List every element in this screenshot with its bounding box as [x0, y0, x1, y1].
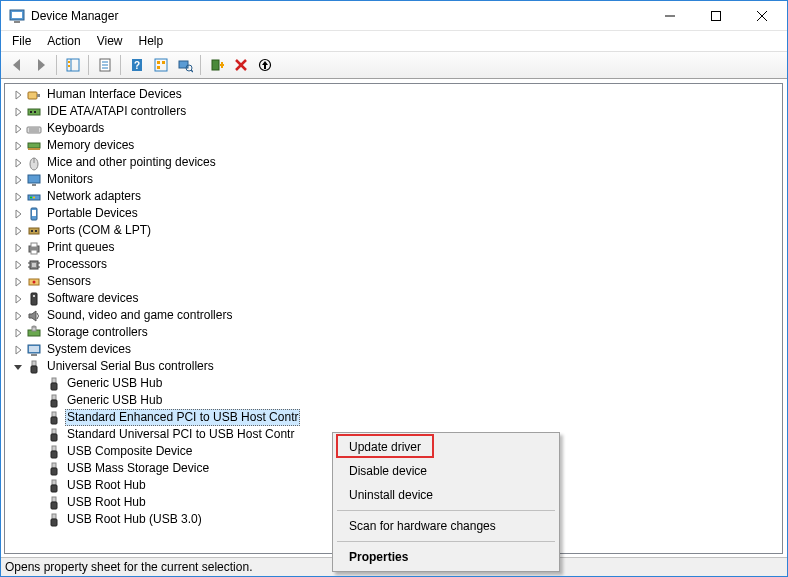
- chevron-right-icon[interactable]: [11, 88, 25, 102]
- system-icon: [26, 342, 42, 358]
- context-menu-uninstall-device[interactable]: Uninstall device: [335, 483, 557, 507]
- minimize-button[interactable]: [647, 1, 693, 30]
- context-menu: Update driver Disable device Uninstall d…: [332, 432, 560, 572]
- forward-button[interactable]: [29, 54, 52, 76]
- svg-marker-50: [16, 176, 21, 184]
- tree-item[interactable]: Standard Enhanced PCI to USB Host Contr: [5, 409, 782, 426]
- chevron-right-icon[interactable]: [11, 326, 25, 340]
- svg-rect-106: [52, 480, 56, 485]
- svg-rect-110: [52, 514, 56, 519]
- svg-rect-1: [12, 12, 22, 18]
- tree-category-label: Sound, video and game controllers: [45, 307, 234, 324]
- tree-category[interactable]: IDE ATA/ATAPI controllers: [5, 103, 782, 120]
- tree-category[interactable]: Software devices: [5, 290, 782, 307]
- chevron-right-icon[interactable]: [11, 343, 25, 357]
- tree-category[interactable]: System devices: [5, 341, 782, 358]
- chevron-right-icon[interactable]: [11, 156, 25, 170]
- context-menu-update-driver[interactable]: Update driver: [335, 435, 557, 459]
- usb-device-icon: [46, 461, 62, 477]
- svg-marker-83: [16, 329, 21, 337]
- tree-category[interactable]: Storage controllers: [5, 324, 782, 341]
- tree-category[interactable]: Processors: [5, 256, 782, 273]
- usb-device-icon: [46, 512, 62, 528]
- menu-action[interactable]: Action: [40, 33, 87, 49]
- svg-marker-47: [16, 159, 21, 167]
- toolbar-separator: [88, 55, 89, 75]
- tree-category[interactable]: Sensors: [5, 273, 782, 290]
- back-button[interactable]: [5, 54, 28, 76]
- properties-button[interactable]: [93, 54, 116, 76]
- tree-item[interactable]: Generic USB Hub: [5, 375, 782, 392]
- tree-category[interactable]: Portable Devices: [5, 205, 782, 222]
- menu-help[interactable]: Help: [132, 33, 171, 49]
- tree-category[interactable]: Keyboards: [5, 120, 782, 137]
- svg-point-77: [33, 280, 36, 283]
- tree-category[interactable]: Network adapters: [5, 188, 782, 205]
- chevron-down-icon[interactable]: [11, 360, 25, 374]
- context-menu-properties[interactable]: Properties: [335, 545, 557, 569]
- chevron-right-icon[interactable]: [11, 105, 25, 119]
- svg-marker-7: [13, 59, 20, 71]
- tree-category[interactable]: Mice and other pointing devices: [5, 154, 782, 171]
- svg-marker-91: [14, 365, 22, 370]
- svg-rect-26: [212, 60, 219, 70]
- svg-rect-35: [37, 94, 40, 97]
- usb-device-icon: [46, 444, 62, 460]
- memory-icon: [26, 138, 42, 154]
- chevron-right-icon[interactable]: [11, 207, 25, 221]
- svg-rect-51: [28, 175, 40, 183]
- svg-rect-97: [51, 400, 57, 407]
- context-menu-disable-device[interactable]: Disable device: [335, 459, 557, 483]
- update-driver-button[interactable]: [253, 54, 276, 76]
- chevron-right-icon[interactable]: [11, 190, 25, 204]
- chevron-right-icon[interactable]: [11, 275, 25, 289]
- tree-category[interactable]: Memory devices: [5, 137, 782, 154]
- chevron-right-icon[interactable]: [11, 224, 25, 238]
- context-menu-scan-hardware[interactable]: Scan for hardware changes: [335, 514, 557, 538]
- svg-marker-78: [16, 295, 21, 303]
- svg-rect-105: [51, 468, 57, 475]
- window-controls: [647, 1, 785, 30]
- svg-marker-60: [16, 227, 21, 235]
- close-button[interactable]: [739, 1, 785, 30]
- svg-marker-64: [16, 244, 21, 252]
- chevron-right-icon[interactable]: [11, 309, 25, 323]
- uninstall-button[interactable]: [229, 54, 252, 76]
- chevron-right-icon[interactable]: [11, 241, 25, 255]
- port-icon: [26, 223, 42, 239]
- menu-view[interactable]: View: [90, 33, 130, 49]
- maximize-button[interactable]: [693, 1, 739, 30]
- tree-category[interactable]: Universal Serial Bus controllers: [5, 358, 782, 375]
- status-text: Opens property sheet for the current sel…: [5, 560, 252, 574]
- menu-bar: File Action View Help: [1, 31, 787, 51]
- toolbar-separator: [56, 55, 57, 75]
- svg-rect-61: [29, 228, 39, 234]
- tree-category-label: Mice and other pointing devices: [45, 154, 218, 171]
- help-button[interactable]: ?: [125, 54, 148, 76]
- chevron-right-icon[interactable]: [11, 139, 25, 153]
- chevron-right-icon[interactable]: [11, 173, 25, 187]
- tree-item[interactable]: Generic USB Hub: [5, 392, 782, 409]
- show-hidden-button[interactable]: [149, 54, 172, 76]
- menu-file[interactable]: File: [5, 33, 38, 49]
- tree-category[interactable]: Sound, video and game controllers: [5, 307, 782, 324]
- scan-hardware-button[interactable]: [173, 54, 196, 76]
- tree-category[interactable]: Human Interface Devices: [5, 86, 782, 103]
- svg-rect-79: [31, 293, 37, 305]
- svg-marker-57: [16, 210, 21, 218]
- storage-icon: [26, 325, 42, 341]
- monitor-icon: [26, 172, 42, 188]
- chevron-right-icon[interactable]: [11, 292, 25, 306]
- chevron-right-icon[interactable]: [11, 122, 25, 136]
- show-hide-tree-button[interactable]: [61, 54, 84, 76]
- add-hardware-button[interactable]: [205, 54, 228, 76]
- svg-rect-66: [31, 243, 37, 247]
- svg-rect-93: [31, 366, 37, 373]
- tree-category[interactable]: Monitors: [5, 171, 782, 188]
- tree-category-label: Print queues: [45, 239, 116, 256]
- svg-rect-4: [712, 11, 721, 20]
- sensor-icon: [26, 274, 42, 290]
- chevron-right-icon[interactable]: [11, 258, 25, 272]
- tree-category[interactable]: Print queues: [5, 239, 782, 256]
- tree-category[interactable]: Ports (COM & LPT): [5, 222, 782, 239]
